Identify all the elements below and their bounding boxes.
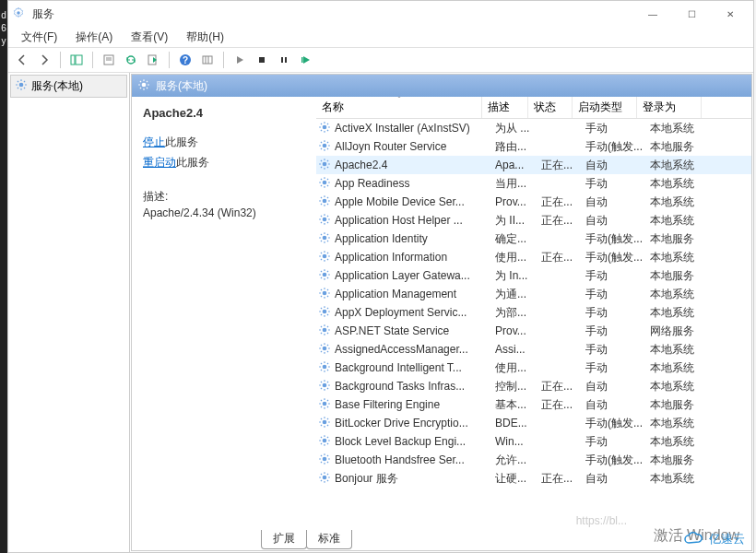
svg-point-24 — [323, 235, 327, 240]
cell-startup: 手动 — [585, 434, 650, 450]
cell-startup: 手动(触发... — [585, 416, 650, 431]
service-row[interactable]: AppX Deployment Servic...为部...手动本地系统 — [316, 303, 751, 322]
svg-point-34 — [323, 419, 327, 424]
cell-logon: 本地系统 — [650, 194, 715, 210]
gear-icon — [318, 139, 331, 155]
cell-status: 正在... — [541, 471, 585, 487]
pane-title: 服务(本地) — [156, 78, 207, 94]
minimize-button[interactable]: — — [633, 1, 672, 27]
maximize-button[interactable]: ☐ — [672, 1, 711, 27]
cell-startup: 自动 — [585, 471, 650, 487]
cell-startup: 手动 — [585, 287, 650, 302]
selected-service-name: Apache2.4 — [143, 106, 305, 120]
service-row[interactable]: Base Filtering Engine基本...正在...自动本地服务 — [316, 395, 751, 414]
gear-icon — [318, 324, 331, 339]
service-row[interactable]: Application Management为通...手动本地系统 — [316, 285, 751, 303]
properties-button[interactable] — [99, 50, 119, 70]
service-row[interactable]: AllJoyn Router Service路由...手动(触发...本地服务 — [316, 137, 751, 156]
service-row[interactable]: Apple Mobile Device Ser...Prov...正在...自动… — [316, 193, 751, 211]
cell-status: 正在... — [541, 250, 585, 265]
cell-name: Application Management — [335, 288, 495, 300]
sort-indicator-icon: ˄ — [397, 97, 401, 103]
service-row[interactable]: Application Host Helper ...为 II...正在...自… — [316, 211, 751, 229]
cell-startup: 手动(触发... — [585, 231, 650, 247]
gear-icon — [318, 453, 331, 468]
cell-logon: 本地系统 — [650, 121, 715, 136]
cell-name: AllJoyn Router Service — [335, 140, 495, 153]
svg-text:?: ? — [183, 55, 188, 65]
service-row[interactable]: App Readiness当用...手动本地系统 — [316, 174, 751, 193]
cell-description: 使用... — [495, 250, 541, 265]
list-rows[interactable]: ActiveX Installer (AxInstSV)为从 ...手动本地系统… — [316, 119, 751, 530]
service-row[interactable]: ActiveX Installer (AxInstSV)为从 ...手动本地系统 — [316, 119, 751, 137]
start-service-button[interactable] — [230, 50, 250, 70]
cell-startup: 自动 — [585, 194, 650, 210]
svg-point-22 — [323, 198, 327, 203]
cell-logon: 本地系统 — [650, 471, 715, 487]
cell-logon: 本地系统 — [650, 250, 715, 265]
tree-root-services[interactable]: 服务(本地) — [10, 75, 127, 98]
close-button[interactable]: ✕ — [711, 1, 750, 27]
separator — [169, 52, 170, 68]
service-row[interactable]: Application Layer Gatewa...为 In...手动本地服务 — [316, 266, 751, 285]
cell-name: Application Host Helper ... — [335, 214, 495, 227]
cell-name: AppX Deployment Servic... — [335, 306, 495, 319]
description-label: 描述: — [143, 189, 305, 205]
svg-point-21 — [323, 180, 327, 184]
column-logon[interactable]: 登录为 — [637, 97, 702, 118]
column-startup[interactable]: 启动类型 — [573, 97, 637, 118]
detail-pane: Apache2.4 停止此服务 重启动此服务 描述: Apache/2.4.34… — [132, 97, 316, 530]
menu-file[interactable]: 文件(F) — [12, 28, 66, 47]
svg-rect-1 — [71, 55, 75, 65]
service-row[interactable]: ASP.NET State ServiceProv...手动网络服务 — [316, 322, 751, 340]
cell-description: 为 In... — [495, 268, 541, 284]
svg-point-17 — [142, 82, 147, 87]
service-row[interactable]: Application Information使用...正在...手动(触发..… — [316, 248, 751, 266]
gear-icon — [318, 360, 331, 376]
cell-description: 允许... — [495, 453, 541, 468]
forward-button[interactable] — [34, 50, 54, 70]
stop-service-button[interactable] — [252, 50, 272, 70]
restart-link[interactable]: 重启动 — [143, 156, 176, 169]
service-row[interactable]: Apache2.4Apa...正在...自动本地系统 — [316, 156, 751, 174]
service-row[interactable]: Background Tasks Infras...控制...正在...自动本地… — [316, 377, 751, 395]
cell-name: Apple Mobile Device Ser... — [335, 195, 495, 208]
svg-point-31 — [323, 364, 327, 369]
service-row[interactable]: BitLocker Drive Encryptio...BDE...手动(触发.… — [316, 414, 751, 432]
pause-service-button[interactable] — [274, 50, 294, 70]
refresh-button[interactable] — [121, 50, 141, 70]
column-status[interactable]: 状态 — [528, 97, 573, 118]
show-hide-tree-button[interactable] — [66, 50, 87, 70]
help-button[interactable]: ? — [175, 50, 195, 70]
menu-view[interactable]: 查看(V) — [122, 28, 177, 47]
cell-name: Application Identity — [335, 232, 495, 245]
svg-point-18 — [323, 124, 327, 129]
menu-action[interactable]: 操作(A) — [66, 28, 122, 47]
service-row[interactable]: Block Level Backup Engi...Win...手动本地系统 — [316, 432, 751, 451]
gear-icon — [318, 268, 331, 284]
tab-extended[interactable]: 扩展 — [261, 530, 307, 549]
cell-description: 为通... — [495, 287, 541, 302]
service-row[interactable]: Application Identity确定...手动(触发...本地服务 — [316, 229, 751, 248]
cell-description: 基本... — [495, 397, 541, 413]
cell-startup: 手动(触发... — [585, 139, 650, 155]
columns-button[interactable] — [197, 50, 218, 70]
restart-service-button[interactable] — [296, 50, 316, 70]
service-row[interactable]: Background Intelligent T...使用...手动本地系统 — [316, 359, 751, 377]
export-button[interactable] — [143, 50, 163, 70]
column-name[interactable]: 名称˄ — [316, 97, 482, 118]
tab-standard[interactable]: 标准 — [306, 530, 352, 549]
back-button[interactable] — [12, 50, 32, 70]
menu-help[interactable]: 帮助(H) — [177, 28, 233, 47]
cell-logon: 本地系统 — [650, 305, 715, 321]
column-description[interactable]: 描述 — [482, 97, 528, 118]
stop-link[interactable]: 停止 — [143, 135, 165, 148]
cell-name: Apache2.4 — [335, 159, 495, 171]
cell-description: Prov... — [495, 324, 541, 337]
description-value: Apache/2.4.34 (Win32) — [143, 206, 305, 219]
service-row[interactable]: AssignedAccessManager...Assi...手动本地系统 — [316, 340, 751, 359]
gear-icon — [318, 250, 331, 265]
service-row[interactable]: Bonjour 服务让硬...正在...自动本地系统 — [316, 469, 751, 488]
service-row[interactable]: Bluetooth Handsfree Ser...允许...手动(触发...本… — [316, 451, 751, 469]
svg-rect-15 — [301, 57, 303, 63]
